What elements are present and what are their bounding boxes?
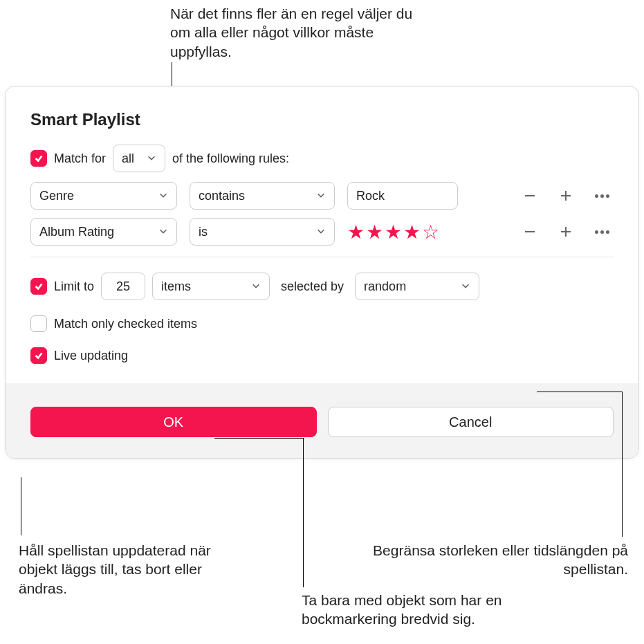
rule-stars-input[interactable]: ★ ★ ★ ★ ☆: [347, 221, 458, 243]
chevron-down-icon: [309, 225, 326, 239]
match-label-after: of the following rules:: [172, 151, 289, 166]
divider: [30, 257, 614, 257]
more-icon: [595, 230, 609, 234]
plus-icon: [558, 224, 573, 239]
limit-row: Limit to 25 items selected by random: [30, 273, 614, 300]
rule-operator-select[interactable]: contains: [190, 182, 335, 210]
star-icon: ★: [385, 221, 402, 243]
more-rule-button[interactable]: [590, 184, 614, 208]
add-rule-button[interactable]: [554, 220, 578, 243]
minus-icon: [522, 224, 537, 239]
dialog-title: Smart Playlist: [30, 110, 614, 129]
match-mode-select[interactable]: all: [113, 145, 165, 172]
rule-field-select[interactable]: Album Rating: [30, 218, 177, 246]
chevron-down-icon: [244, 279, 261, 294]
match-checkbox[interactable]: [30, 150, 47, 167]
rule-row: Genre contains Rock: [30, 182, 614, 210]
limit-count-value: 25: [116, 279, 130, 294]
limit-mid-label: selected by: [281, 279, 344, 294]
callout-line: [21, 477, 21, 535]
limit-by-value: random: [364, 279, 406, 294]
add-rule-button[interactable]: [554, 184, 578, 208]
callout-line: [537, 392, 623, 392]
limit-label: Limit to: [54, 279, 94, 294]
limit-count-input[interactable]: 25: [101, 273, 145, 300]
more-icon: [595, 194, 609, 198]
rule-field-value: Album Rating: [39, 225, 114, 239]
star-icon: ★: [403, 221, 421, 243]
star-icon: ★: [347, 221, 365, 243]
more-rule-button[interactable]: [590, 220, 614, 243]
chevron-down-icon: [151, 189, 168, 203]
rule-row: Album Rating is ★ ★ ★ ★ ☆: [30, 218, 614, 246]
limit-checkbox[interactable]: [30, 278, 47, 295]
rule-value-input[interactable]: Rock: [347, 182, 458, 210]
plus-icon: [558, 188, 573, 203]
rule-operator-select[interactable]: is: [190, 218, 335, 246]
annotation-live-updating: Håll spellistan uppdaterad när objekt lä…: [19, 541, 226, 598]
callout-line: [214, 438, 304, 439]
limit-unit-select[interactable]: items: [152, 273, 270, 300]
callout-line: [303, 438, 304, 587]
live-updating-row: Live updating: [30, 347, 614, 364]
live-updating-label: Live updating: [54, 349, 128, 363]
annotation-match-rule: När det finns fler än en regel väljer du…: [170, 4, 419, 61]
chevron-down-icon: [309, 189, 326, 203]
star-icon: ★: [366, 221, 383, 243]
ok-button[interactable]: OK: [30, 407, 317, 437]
limit-by-select[interactable]: random: [355, 273, 479, 300]
annotation-limit: Begränsa storleken eller tidslängden på …: [351, 541, 628, 579]
annotation-match-only-checked: Ta bara med objekt som har en bockmarker…: [302, 591, 592, 629]
smart-playlist-dialog: Smart Playlist Match for all of the foll…: [5, 86, 639, 459]
match-only-checked-label: Match only checked items: [54, 317, 197, 331]
remove-rule-button[interactable]: [518, 184, 542, 208]
minus-icon: [522, 188, 537, 203]
rule-operator-value: contains: [199, 189, 245, 203]
rule-value-text: Rock: [356, 189, 385, 203]
rule-field-value: Genre: [39, 189, 74, 203]
chevron-down-icon: [454, 279, 470, 294]
rule-field-select[interactable]: Genre: [30, 182, 177, 210]
star-empty-icon: ☆: [422, 221, 439, 243]
match-for-row: Match for all of the following rules:: [30, 145, 614, 172]
match-only-checked-checkbox[interactable]: [30, 315, 47, 332]
callout-line: [622, 392, 623, 537]
chevron-down-icon: [151, 225, 168, 239]
limit-unit-value: items: [161, 279, 191, 294]
chevron-down-icon: [140, 151, 156, 166]
live-updating-checkbox[interactable]: [30, 347, 47, 364]
rule-operator-value: is: [199, 225, 208, 239]
match-mode-value: all: [122, 151, 134, 166]
match-label-before: Match for: [54, 151, 106, 166]
remove-rule-button[interactable]: [518, 220, 542, 243]
dialog-footer: OK Cancel: [6, 383, 638, 458]
cancel-button[interactable]: Cancel: [328, 407, 614, 437]
match-only-checked-row: Match only checked items: [30, 315, 614, 332]
